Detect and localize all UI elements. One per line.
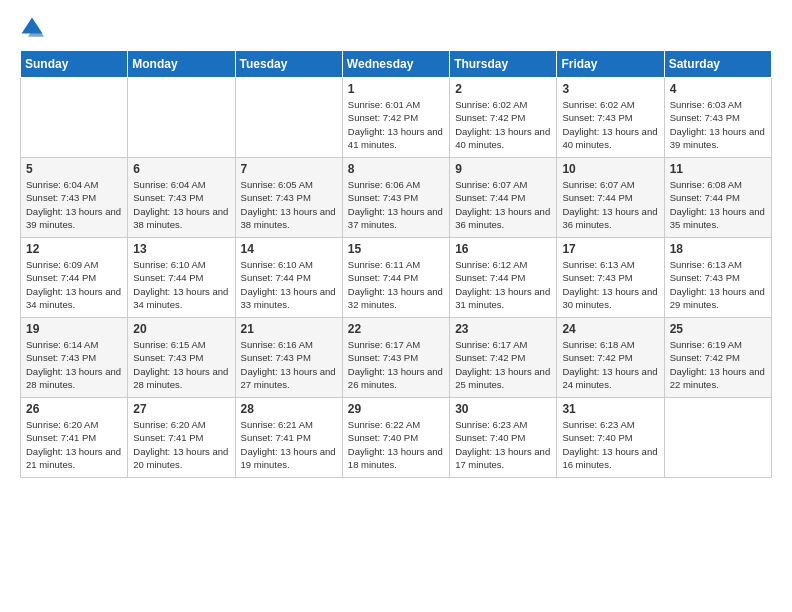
day-info: Sunrise: 6:12 AM Sunset: 7:44 PM Dayligh… [455,258,551,311]
day-number: 4 [670,82,766,96]
calendar-cell: 14Sunrise: 6:10 AM Sunset: 7:44 PM Dayli… [235,238,342,318]
calendar-cell: 11Sunrise: 6:08 AM Sunset: 7:44 PM Dayli… [664,158,771,238]
day-info: Sunrise: 6:05 AM Sunset: 7:43 PM Dayligh… [241,178,337,231]
day-number: 21 [241,322,337,336]
day-number: 15 [348,242,444,256]
day-info: Sunrise: 6:22 AM Sunset: 7:40 PM Dayligh… [348,418,444,471]
calendar-cell: 28Sunrise: 6:21 AM Sunset: 7:41 PM Dayli… [235,398,342,478]
logo [20,16,48,40]
day-number: 11 [670,162,766,176]
day-info: Sunrise: 6:17 AM Sunset: 7:43 PM Dayligh… [348,338,444,391]
day-info: Sunrise: 6:20 AM Sunset: 7:41 PM Dayligh… [26,418,122,471]
calendar-cell: 23Sunrise: 6:17 AM Sunset: 7:42 PM Dayli… [450,318,557,398]
calendar-cell: 9Sunrise: 6:07 AM Sunset: 7:44 PM Daylig… [450,158,557,238]
calendar-cell: 31Sunrise: 6:23 AM Sunset: 7:40 PM Dayli… [557,398,664,478]
calendar-cell: 5Sunrise: 6:04 AM Sunset: 7:43 PM Daylig… [21,158,128,238]
day-info: Sunrise: 6:04 AM Sunset: 7:43 PM Dayligh… [26,178,122,231]
week-row-3: 19Sunrise: 6:14 AM Sunset: 7:43 PM Dayli… [21,318,772,398]
calendar-cell: 3Sunrise: 6:02 AM Sunset: 7:43 PM Daylig… [557,78,664,158]
day-info: Sunrise: 6:14 AM Sunset: 7:43 PM Dayligh… [26,338,122,391]
calendar-cell: 4Sunrise: 6:03 AM Sunset: 7:43 PM Daylig… [664,78,771,158]
calendar-cell: 20Sunrise: 6:15 AM Sunset: 7:43 PM Dayli… [128,318,235,398]
calendar-cell: 18Sunrise: 6:13 AM Sunset: 7:43 PM Dayli… [664,238,771,318]
calendar-cell: 10Sunrise: 6:07 AM Sunset: 7:44 PM Dayli… [557,158,664,238]
day-info: Sunrise: 6:23 AM Sunset: 7:40 PM Dayligh… [455,418,551,471]
week-row-4: 26Sunrise: 6:20 AM Sunset: 7:41 PM Dayli… [21,398,772,478]
day-number: 6 [133,162,229,176]
calendar-cell: 7Sunrise: 6:05 AM Sunset: 7:43 PM Daylig… [235,158,342,238]
day-number: 29 [348,402,444,416]
day-number: 8 [348,162,444,176]
page: SundayMondayTuesdayWednesdayThursdayFrid… [0,0,792,612]
calendar-cell: 8Sunrise: 6:06 AM Sunset: 7:43 PM Daylig… [342,158,449,238]
day-number: 14 [241,242,337,256]
day-info: Sunrise: 6:02 AM Sunset: 7:42 PM Dayligh… [455,98,551,151]
day-number: 18 [670,242,766,256]
day-info: Sunrise: 6:21 AM Sunset: 7:41 PM Dayligh… [241,418,337,471]
day-number: 28 [241,402,337,416]
day-info: Sunrise: 6:16 AM Sunset: 7:43 PM Dayligh… [241,338,337,391]
calendar-table: SundayMondayTuesdayWednesdayThursdayFrid… [20,50,772,478]
calendar-cell: 16Sunrise: 6:12 AM Sunset: 7:44 PM Dayli… [450,238,557,318]
day-info: Sunrise: 6:18 AM Sunset: 7:42 PM Dayligh… [562,338,658,391]
calendar-cell: 17Sunrise: 6:13 AM Sunset: 7:43 PM Dayli… [557,238,664,318]
weekday-header-saturday: Saturday [664,51,771,78]
weekday-header-wednesday: Wednesday [342,51,449,78]
day-info: Sunrise: 6:11 AM Sunset: 7:44 PM Dayligh… [348,258,444,311]
calendar-body: 1Sunrise: 6:01 AM Sunset: 7:42 PM Daylig… [21,78,772,478]
day-info: Sunrise: 6:10 AM Sunset: 7:44 PM Dayligh… [241,258,337,311]
calendar-cell: 6Sunrise: 6:04 AM Sunset: 7:43 PM Daylig… [128,158,235,238]
day-info: Sunrise: 6:07 AM Sunset: 7:44 PM Dayligh… [562,178,658,231]
weekday-header-tuesday: Tuesday [235,51,342,78]
day-number: 16 [455,242,551,256]
day-number: 7 [241,162,337,176]
day-number: 31 [562,402,658,416]
day-info: Sunrise: 6:17 AM Sunset: 7:42 PM Dayligh… [455,338,551,391]
week-row-2: 12Sunrise: 6:09 AM Sunset: 7:44 PM Dayli… [21,238,772,318]
day-number: 1 [348,82,444,96]
day-number: 26 [26,402,122,416]
weekday-header-row: SundayMondayTuesdayWednesdayThursdayFrid… [21,51,772,78]
day-number: 2 [455,82,551,96]
logo-icon [20,16,44,40]
day-info: Sunrise: 6:23 AM Sunset: 7:40 PM Dayligh… [562,418,658,471]
day-info: Sunrise: 6:08 AM Sunset: 7:44 PM Dayligh… [670,178,766,231]
day-info: Sunrise: 6:03 AM Sunset: 7:43 PM Dayligh… [670,98,766,151]
calendar-cell [128,78,235,158]
calendar-cell: 15Sunrise: 6:11 AM Sunset: 7:44 PM Dayli… [342,238,449,318]
day-number: 30 [455,402,551,416]
day-number: 19 [26,322,122,336]
weekday-header-friday: Friday [557,51,664,78]
day-info: Sunrise: 6:15 AM Sunset: 7:43 PM Dayligh… [133,338,229,391]
day-number: 22 [348,322,444,336]
day-number: 20 [133,322,229,336]
weekday-header-sunday: Sunday [21,51,128,78]
day-info: Sunrise: 6:02 AM Sunset: 7:43 PM Dayligh… [562,98,658,151]
calendar-cell [21,78,128,158]
calendar-cell: 2Sunrise: 6:02 AM Sunset: 7:42 PM Daylig… [450,78,557,158]
weekday-header-monday: Monday [128,51,235,78]
calendar-cell [664,398,771,478]
calendar-cell: 22Sunrise: 6:17 AM Sunset: 7:43 PM Dayli… [342,318,449,398]
calendar-cell [235,78,342,158]
day-number: 23 [455,322,551,336]
week-row-1: 5Sunrise: 6:04 AM Sunset: 7:43 PM Daylig… [21,158,772,238]
day-number: 5 [26,162,122,176]
day-info: Sunrise: 6:07 AM Sunset: 7:44 PM Dayligh… [455,178,551,231]
day-info: Sunrise: 6:10 AM Sunset: 7:44 PM Dayligh… [133,258,229,311]
day-info: Sunrise: 6:13 AM Sunset: 7:43 PM Dayligh… [670,258,766,311]
day-number: 27 [133,402,229,416]
calendar-cell: 1Sunrise: 6:01 AM Sunset: 7:42 PM Daylig… [342,78,449,158]
day-info: Sunrise: 6:01 AM Sunset: 7:42 PM Dayligh… [348,98,444,151]
day-number: 13 [133,242,229,256]
day-info: Sunrise: 6:20 AM Sunset: 7:41 PM Dayligh… [133,418,229,471]
calendar-cell: 21Sunrise: 6:16 AM Sunset: 7:43 PM Dayli… [235,318,342,398]
day-number: 17 [562,242,658,256]
calendar-cell: 30Sunrise: 6:23 AM Sunset: 7:40 PM Dayli… [450,398,557,478]
calendar-cell: 26Sunrise: 6:20 AM Sunset: 7:41 PM Dayli… [21,398,128,478]
week-row-0: 1Sunrise: 6:01 AM Sunset: 7:42 PM Daylig… [21,78,772,158]
calendar-cell: 29Sunrise: 6:22 AM Sunset: 7:40 PM Dayli… [342,398,449,478]
day-number: 10 [562,162,658,176]
day-info: Sunrise: 6:04 AM Sunset: 7:43 PM Dayligh… [133,178,229,231]
day-number: 9 [455,162,551,176]
